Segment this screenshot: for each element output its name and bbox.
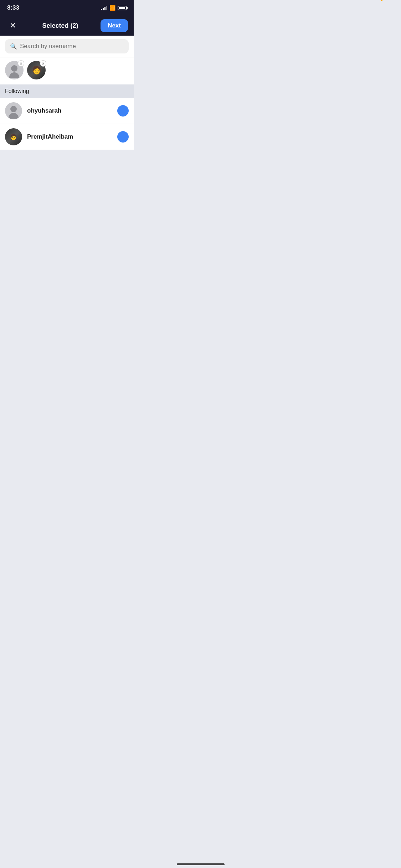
following-section-header: Following <box>0 84 134 98</box>
nav-header: ✕ Selected (2) Next <box>0 16 134 36</box>
search-input[interactable] <box>20 43 124 50</box>
user-row-ohyuhsarah[interactable]: ohyuhsarah <box>0 98 134 124</box>
user-avatar-premjit: 🧑 <box>5 128 22 145</box>
username-premjit: PremjitAheibam <box>27 133 112 140</box>
select-toggle-ohyuhsarah[interactable] <box>117 105 129 117</box>
premjit-photo: 🧑 <box>5 128 22 145</box>
close-button[interactable]: ✕ <box>6 19 20 33</box>
user-list: ohyuhsarah 🧑 PremjitAheibam <box>0 98 134 150</box>
status-icons: 📶 <box>101 5 127 11</box>
section-title: Following <box>5 88 29 94</box>
remove-user1-button[interactable]: × <box>18 60 24 67</box>
selected-users-strip: × 🧑 × <box>0 57 134 84</box>
page-title: Selected (2) <box>42 22 78 30</box>
selected-avatar-2: 🧑 × <box>27 61 46 79</box>
status-bar: 8:33 📶 <box>0 0 134 16</box>
search-bar: 🔍 <box>5 39 129 53</box>
status-time: 8:33 <box>7 4 19 11</box>
user-row-premjit[interactable]: 🧑 PremjitAheibam <box>0 124 134 150</box>
remove-user2-button[interactable]: × <box>40 60 46 67</box>
wifi-icon: 📶 <box>109 5 115 11</box>
next-button[interactable]: Next <box>101 19 128 32</box>
search-container: 🔍 <box>0 36 134 57</box>
username-ohyuhsarah: ohyuhsarah <box>27 107 112 114</box>
battery-icon <box>118 6 127 10</box>
select-toggle-premjit[interactable] <box>117 131 129 143</box>
user-avatar-ohyuhsarah <box>5 102 22 119</box>
search-icon: 🔍 <box>10 43 17 50</box>
bottom-area <box>0 150 134 275</box>
signal-icon <box>101 5 107 10</box>
selected-avatar-1: × <box>5 61 24 79</box>
